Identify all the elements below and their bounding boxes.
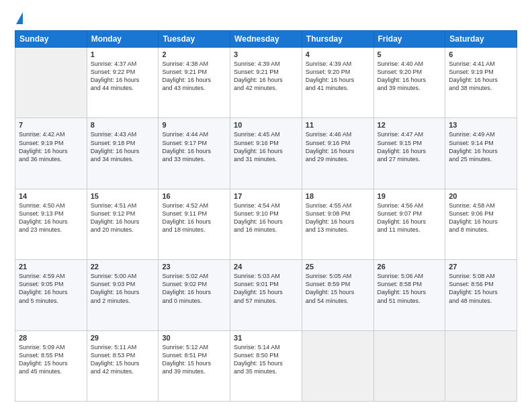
day-info: Sunrise: 5:06 AM Sunset: 8:58 PM Dayligh… <box>378 272 442 305</box>
week-row-2: 7Sunrise: 4:42 AM Sunset: 9:19 PM Daylig… <box>15 118 517 189</box>
week-row-1: 1Sunrise: 4:37 AM Sunset: 9:22 PM Daylig… <box>15 48 517 118</box>
logo-triangle-icon <box>16 12 23 24</box>
day-cell <box>373 330 445 401</box>
day-cell: 7Sunrise: 4:42 AM Sunset: 9:19 PM Daylig… <box>15 118 87 189</box>
day-cell: 29Sunrise: 5:11 AM Sunset: 8:53 PM Dayli… <box>87 330 159 401</box>
day-cell: 15Sunrise: 4:51 AM Sunset: 9:12 PM Dayli… <box>87 189 159 259</box>
day-number: 15 <box>91 192 155 200</box>
day-info: Sunrise: 4:49 AM Sunset: 9:14 PM Dayligh… <box>449 130 513 163</box>
day-number: 1 <box>91 50 155 58</box>
day-number: 8 <box>91 121 155 129</box>
day-info: Sunrise: 4:50 AM Sunset: 9:13 PM Dayligh… <box>19 201 83 234</box>
day-cell: 12Sunrise: 4:47 AM Sunset: 9:15 PM Dayli… <box>373 118 445 189</box>
day-cell: 4Sunrise: 4:39 AM Sunset: 9:20 PM Daylig… <box>302 48 373 118</box>
day-number: 27 <box>449 263 513 271</box>
day-cell: 9Sunrise: 4:44 AM Sunset: 9:17 PM Daylig… <box>159 118 230 189</box>
day-number: 6 <box>449 50 513 58</box>
day-number: 24 <box>234 263 298 271</box>
day-cell: 3Sunrise: 4:39 AM Sunset: 9:21 PM Daylig… <box>230 48 302 118</box>
day-number: 7 <box>19 121 83 129</box>
day-info: Sunrise: 5:14 AM Sunset: 8:50 PM Dayligh… <box>234 343 298 376</box>
day-number: 5 <box>378 50 442 58</box>
day-number: 4 <box>306 50 370 58</box>
header-cell-thursday: Thursday <box>302 31 373 48</box>
day-cell: 24Sunrise: 5:03 AM Sunset: 9:01 PM Dayli… <box>230 260 302 330</box>
day-number: 26 <box>378 263 442 271</box>
day-number: 22 <box>91 263 155 271</box>
day-number: 31 <box>234 334 298 342</box>
day-cell <box>302 330 373 401</box>
day-info: Sunrise: 4:41 AM Sunset: 9:19 PM Dayligh… <box>449 60 513 93</box>
day-info: Sunrise: 4:59 AM Sunset: 9:05 PM Dayligh… <box>19 272 83 305</box>
day-cell: 26Sunrise: 5:06 AM Sunset: 8:58 PM Dayli… <box>373 260 445 330</box>
day-info: Sunrise: 4:58 AM Sunset: 9:06 PM Dayligh… <box>449 201 513 234</box>
day-info: Sunrise: 4:52 AM Sunset: 9:11 PM Dayligh… <box>162 201 226 234</box>
day-info: Sunrise: 4:44 AM Sunset: 9:17 PM Dayligh… <box>162 130 226 163</box>
day-cell <box>445 330 517 401</box>
day-cell: 13Sunrise: 4:49 AM Sunset: 9:14 PM Dayli… <box>445 118 517 189</box>
day-info: Sunrise: 4:46 AM Sunset: 9:16 PM Dayligh… <box>306 130 370 163</box>
day-cell: 16Sunrise: 4:52 AM Sunset: 9:11 PM Dayli… <box>159 189 230 259</box>
day-cell: 2Sunrise: 4:38 AM Sunset: 9:21 PM Daylig… <box>159 48 230 118</box>
day-cell: 14Sunrise: 4:50 AM Sunset: 9:13 PM Dayli… <box>15 189 87 259</box>
day-info: Sunrise: 4:39 AM Sunset: 9:21 PM Dayligh… <box>234 60 298 93</box>
day-cell: 21Sunrise: 4:59 AM Sunset: 9:05 PM Dayli… <box>15 260 87 330</box>
day-cell: 28Sunrise: 5:09 AM Sunset: 8:55 PM Dayli… <box>15 330 87 401</box>
day-number: 23 <box>162 263 226 271</box>
day-cell: 27Sunrise: 5:08 AM Sunset: 8:56 PM Dayli… <box>445 260 517 330</box>
header-cell-monday: Monday <box>87 31 159 48</box>
day-cell: 23Sunrise: 5:02 AM Sunset: 9:02 PM Dayli… <box>159 260 230 330</box>
header-cell-saturday: Saturday <box>445 31 517 48</box>
header-row: SundayMondayTuesdayWednesdayThursdayFrid… <box>15 31 517 48</box>
page: SundayMondayTuesdayWednesdayThursdayFrid… <box>0 0 532 411</box>
day-info: Sunrise: 5:12 AM Sunset: 8:51 PM Dayligh… <box>162 343 226 376</box>
logo <box>15 12 23 25</box>
day-cell: 22Sunrise: 5:00 AM Sunset: 9:03 PM Dayli… <box>87 260 159 330</box>
day-number: 16 <box>162 192 226 200</box>
day-number: 30 <box>162 334 226 342</box>
calendar-table: SundayMondayTuesdayWednesdayThursdayFrid… <box>15 30 517 402</box>
day-cell: 18Sunrise: 4:55 AM Sunset: 9:08 PM Dayli… <box>302 189 373 259</box>
day-info: Sunrise: 5:00 AM Sunset: 9:03 PM Dayligh… <box>91 272 155 305</box>
day-info: Sunrise: 4:56 AM Sunset: 9:07 PM Dayligh… <box>378 201 442 234</box>
day-number: 20 <box>449 192 513 200</box>
day-info: Sunrise: 4:54 AM Sunset: 9:10 PM Dayligh… <box>234 201 298 234</box>
day-number: 19 <box>378 192 442 200</box>
day-number: 21 <box>19 263 83 271</box>
day-cell: 5Sunrise: 4:40 AM Sunset: 9:20 PM Daylig… <box>373 48 445 118</box>
day-info: Sunrise: 5:09 AM Sunset: 8:55 PM Dayligh… <box>19 343 83 376</box>
day-number: 29 <box>91 334 155 342</box>
day-cell: 8Sunrise: 4:43 AM Sunset: 9:18 PM Daylig… <box>87 118 159 189</box>
header-cell-sunday: Sunday <box>15 31 87 48</box>
day-info: Sunrise: 4:45 AM Sunset: 9:16 PM Dayligh… <box>234 130 298 163</box>
day-cell <box>15 48 87 118</box>
day-number: 12 <box>378 121 442 129</box>
day-number: 25 <box>306 263 370 271</box>
day-info: Sunrise: 4:40 AM Sunset: 9:20 PM Dayligh… <box>378 60 442 93</box>
day-info: Sunrise: 4:37 AM Sunset: 9:22 PM Dayligh… <box>91 60 155 93</box>
day-number: 14 <box>19 192 83 200</box>
day-cell: 19Sunrise: 4:56 AM Sunset: 9:07 PM Dayli… <box>373 189 445 259</box>
day-cell: 20Sunrise: 4:58 AM Sunset: 9:06 PM Dayli… <box>445 189 517 259</box>
week-row-4: 21Sunrise: 4:59 AM Sunset: 9:05 PM Dayli… <box>15 260 517 330</box>
day-number: 10 <box>234 121 298 129</box>
day-info: Sunrise: 4:47 AM Sunset: 9:15 PM Dayligh… <box>378 130 442 163</box>
day-cell: 11Sunrise: 4:46 AM Sunset: 9:16 PM Dayli… <box>302 118 373 189</box>
day-cell: 25Sunrise: 5:05 AM Sunset: 8:59 PM Dayli… <box>302 260 373 330</box>
day-info: Sunrise: 5:03 AM Sunset: 9:01 PM Dayligh… <box>234 272 298 305</box>
day-info: Sunrise: 4:38 AM Sunset: 9:21 PM Dayligh… <box>162 60 226 93</box>
day-number: 17 <box>234 192 298 200</box>
day-info: Sunrise: 5:11 AM Sunset: 8:53 PM Dayligh… <box>91 343 155 376</box>
day-number: 13 <box>449 121 513 129</box>
day-number: 9 <box>162 121 226 129</box>
day-number: 28 <box>19 334 83 342</box>
day-info: Sunrise: 4:39 AM Sunset: 9:20 PM Dayligh… <box>306 60 370 93</box>
header <box>15 12 517 25</box>
day-info: Sunrise: 4:42 AM Sunset: 9:19 PM Dayligh… <box>19 130 83 163</box>
day-number: 2 <box>162 50 226 58</box>
day-info: Sunrise: 5:08 AM Sunset: 8:56 PM Dayligh… <box>449 272 513 305</box>
day-cell: 1Sunrise: 4:37 AM Sunset: 9:22 PM Daylig… <box>87 48 159 118</box>
day-info: Sunrise: 5:02 AM Sunset: 9:02 PM Dayligh… <box>162 272 226 305</box>
day-info: Sunrise: 5:05 AM Sunset: 8:59 PM Dayligh… <box>306 272 370 305</box>
day-info: Sunrise: 4:51 AM Sunset: 9:12 PM Dayligh… <box>91 201 155 234</box>
